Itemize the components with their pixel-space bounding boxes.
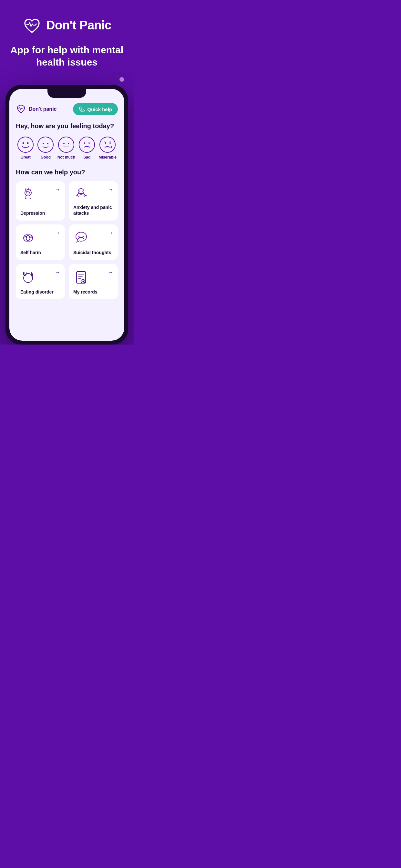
mood-notmuch-label: Not much <box>58 155 75 159</box>
svg-point-7 <box>63 143 65 144</box>
mood-sad[interactable]: Sad <box>79 136 95 159</box>
header-section: Don't Panic App for help with mental hea… <box>0 0 134 85</box>
phone-mockup: Don't panic Quick help Hey, how are you … <box>5 85 128 345</box>
svg-point-16 <box>25 190 31 196</box>
svg-point-17 <box>27 192 27 193</box>
mood-good-icon <box>37 136 54 153</box>
help-card-eating[interactable]: → Eating disorder <box>16 264 65 299</box>
help-card-suicidal[interactable]: → Suicidal thoughts <box>69 224 118 260</box>
depression-icon <box>20 186 36 202</box>
nav-logo: Don't panic <box>16 104 57 114</box>
eating-label: Eating disorder <box>20 289 60 295</box>
help-card-records-top: → <box>73 269 113 284</box>
mood-good[interactable]: Good <box>37 136 54 159</box>
self-harm-arrow: → <box>55 229 60 237</box>
svg-point-18 <box>29 192 30 193</box>
svg-point-1 <box>23 143 24 144</box>
mood-good-label: Good <box>41 155 51 159</box>
feeling-question: Hey, how are you feeling today? <box>16 122 118 130</box>
svg-point-0 <box>18 137 33 152</box>
svg-point-14 <box>105 143 106 144</box>
suicidal-arrow: → <box>107 229 113 237</box>
nav-brand-label: Don't panic <box>29 106 57 112</box>
mood-great-icon <box>17 136 34 153</box>
eating-arrow: → <box>55 269 60 276</box>
mood-miserable-label: Miserable <box>99 155 117 159</box>
nav-bar: Don't panic Quick help <box>16 103 118 115</box>
self-harm-icon <box>20 229 36 245</box>
anxiety-icon <box>73 186 89 202</box>
mood-great[interactable]: Great <box>17 136 34 159</box>
help-card-records[interactable]: → My records <box>69 264 118 299</box>
tagline: App for help with mental health issues <box>8 44 126 68</box>
phone-notch <box>48 89 86 98</box>
mood-notmuch[interactable]: Not much <box>58 136 75 159</box>
anxiety-arrow: → <box>107 186 113 193</box>
depression-arrow: → <box>55 186 60 193</box>
help-card-anxiety[interactable]: → Anxiety and panic attacks <box>69 181 118 221</box>
svg-point-13 <box>100 137 115 152</box>
svg-point-2 <box>27 143 29 144</box>
records-icon <box>73 269 89 284</box>
records-arrow: → <box>107 269 113 276</box>
help-card-self-harm[interactable]: → Self harm <box>16 224 65 260</box>
svg-point-21 <box>82 191 83 191</box>
records-label: My records <box>73 289 113 295</box>
help-question: How can we help you? <box>16 168 118 176</box>
nav-heart-icon <box>16 104 26 114</box>
suicidal-label: Suicidal thoughts <box>73 250 113 255</box>
svg-point-5 <box>47 143 49 144</box>
screen-content: Don't panic Quick help Hey, how are you … <box>9 98 124 307</box>
mood-notmuch-icon <box>58 136 74 153</box>
mood-sad-icon <box>79 136 95 153</box>
svg-point-12 <box>89 143 90 144</box>
svg-point-6 <box>58 137 74 152</box>
help-card-eating-top: → <box>20 269 60 284</box>
mood-great-label: Great <box>20 155 30 159</box>
depression-label: Depression <box>20 210 60 216</box>
mood-miserable[interactable]: Miserable <box>99 136 117 159</box>
self-harm-label: Self harm <box>20 250 60 255</box>
help-card-self-harm-top: → <box>20 229 60 245</box>
anxiety-label: Anxiety and panic attacks <box>73 205 113 216</box>
help-card-anxiety-top: → <box>73 186 113 202</box>
quick-help-label: Quick help <box>87 106 112 112</box>
help-card-suicidal-top: → <box>73 229 113 245</box>
dot-accent <box>120 77 124 82</box>
help-card-depression-top: → <box>20 186 60 202</box>
quick-help-button[interactable]: Quick help <box>73 103 118 115</box>
heart-pulse-icon <box>22 16 42 35</box>
mood-sad-label: Sad <box>83 155 90 159</box>
phone-screen: Don't panic Quick help Hey, how are you … <box>9 89 124 341</box>
help-card-depression[interactable]: → Depression <box>16 181 65 221</box>
help-grid: → Depression <box>16 181 118 299</box>
mood-row: Great Good <box>16 136 118 159</box>
eating-icon <box>20 269 36 284</box>
app-title: Don't Panic <box>46 19 112 32</box>
svg-point-4 <box>42 143 44 144</box>
phone-icon <box>79 106 85 112</box>
app-logo-row: Don't Panic <box>22 16 112 35</box>
svg-point-11 <box>84 143 85 144</box>
svg-point-20 <box>80 191 80 191</box>
svg-point-10 <box>79 137 95 152</box>
svg-point-3 <box>38 137 53 152</box>
mood-miserable-icon <box>99 136 116 153</box>
svg-point-15 <box>110 143 111 144</box>
suicidal-icon <box>73 229 89 245</box>
svg-point-8 <box>68 143 69 144</box>
